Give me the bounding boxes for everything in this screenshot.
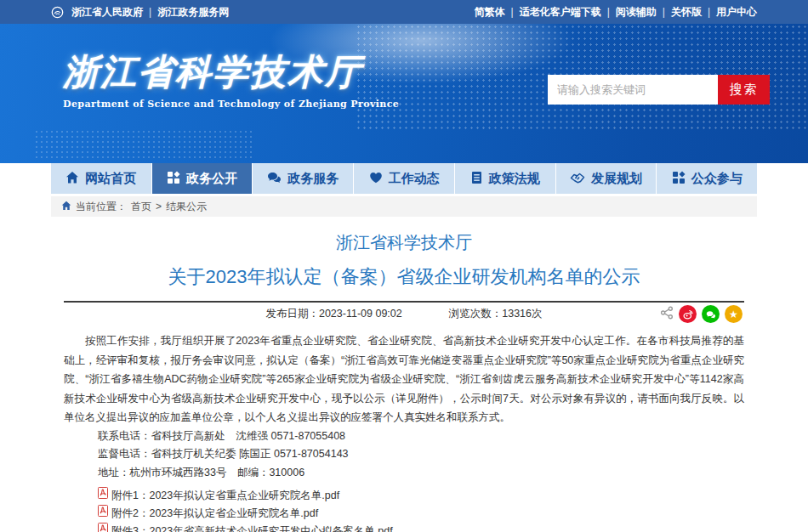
pdf-icon (98, 523, 108, 532)
supervision-phone-line: 监督电话：省科技厅机关纪委 陈国正 0571-87054143 (64, 445, 744, 464)
open-gov-icon (167, 171, 180, 187)
weibo-icon[interactable] (679, 305, 697, 323)
breadcrumb-separator: > (156, 201, 162, 212)
link-care-version[interactable]: 关怀版 (671, 5, 702, 20)
breadcrumb-label: 当前位置： (76, 200, 127, 214)
breadcrumb-current: 结果公示 (166, 200, 207, 214)
share-bar: ★ (660, 305, 743, 323)
wechat-icon[interactable] (702, 305, 720, 323)
heart-icon (369, 171, 383, 187)
zhejiang-gov-emblem-icon (51, 6, 64, 19)
site-banner: 浙江省科学技术厅 Department of Science and Techn… (0, 24, 808, 163)
utility-links-group: 简繁体 | 适老化客户端下载 | 阅读辅助 | 关怀版 | 用户中心 (475, 5, 758, 20)
nav-item-news[interactable]: 工作动态 (354, 163, 455, 194)
separator: | (511, 6, 514, 18)
view-count-label: 浏览次数： (449, 308, 503, 320)
nav-item-policies[interactable]: 政策法规 (455, 163, 556, 194)
link-zhejiang-service[interactable]: 浙江政务服务网 (157, 5, 229, 20)
nav-item-label: 政务公开 (186, 171, 237, 187)
document-icon (470, 171, 483, 187)
page-title: 关于2023年拟认定（备案）省级企业研发机构名单的公示 (64, 264, 744, 290)
breadcrumb-link-home[interactable]: 首页 (131, 200, 151, 214)
attachment-text: 附件1：2023年拟认定省重点企业研究院名单.pdf (111, 487, 339, 505)
favorite-star-icon[interactable]: ★ (725, 305, 743, 323)
attachment-link-1[interactable]: 附件1：2023年拟认定省重点企业研究院名单.pdf (64, 487, 744, 505)
attachment-link-3[interactable]: 附件3：2023年省高新技术企业研究开发中心拟备案名单.pdf (64, 523, 744, 532)
nav-item-label: 公众参与 (691, 171, 743, 187)
nav-item-label: 网站首页 (85, 171, 136, 187)
pdf-icon (98, 505, 108, 523)
nav-item-participation[interactable]: 公众参与 (657, 163, 757, 194)
attachment-text: 附件2：2023年拟认定省企业研究院名单.pdf (111, 505, 318, 523)
gov-links-group: 浙江省人民政府 | 浙江政务服务网 (51, 5, 229, 20)
search-input[interactable] (548, 75, 718, 105)
article-meta: 发布日期：2023-11-09 09:02 浏览次数：13316次 ★ (64, 303, 744, 325)
site-title-english: Department of Science and Technology of … (63, 99, 399, 110)
main-nav: 网站首页 政务公开 政务服务 工作动态 政策法规 发展规划 公众参与 (51, 163, 757, 194)
separator: | (708, 6, 710, 18)
nav-item-label: 政务服务 (287, 171, 339, 187)
service-chat-icon (267, 171, 282, 187)
address-line: 地址：杭州市环城西路33号 邮编：310006 (64, 464, 744, 483)
link-zhejiang-gov[interactable]: 浙江省人民政府 (71, 5, 143, 20)
site-logo[interactable]: 浙江省科学技术厅 Department of Science and Techn… (63, 53, 399, 110)
link-elderly-client-download[interactable]: 适老化客户端下载 (520, 5, 601, 20)
nav-item-label: 政策法规 (489, 171, 540, 187)
share-icon[interactable] (660, 306, 674, 322)
contact-phone-line: 联系电话：省科技厅高新处 沈维强 0571-87055408 (64, 427, 744, 446)
nav-item-planning[interactable]: 发展规划 (556, 163, 657, 194)
attachment-list: 附件1：2023年拟认定省重点企业研究院名单.pdf 附件2：2023年拟认定省… (64, 487, 744, 532)
nav-item-label: 发展规划 (591, 171, 642, 187)
article-body: 按照工作安排，我厅组织开展了2023年省重点企业研究院、省企业研究院、省高新技术… (64, 331, 744, 427)
nav-item-open-gov[interactable]: 政务公开 (152, 160, 253, 194)
nav-item-services[interactable]: 政务服务 (253, 163, 354, 194)
home-icon (65, 171, 79, 187)
separator: | (663, 6, 665, 18)
separator: | (149, 6, 151, 18)
contact-block: 联系电话：省科技厅高新处 沈维强 0571-87055408 监督电话：省科技厅… (64, 427, 744, 483)
nav-item-label: 工作动态 (389, 171, 440, 187)
site-title: 浙江省科学技术厅 (63, 53, 399, 92)
pdf-icon (98, 487, 108, 505)
breadcrumb: 当前位置： 首页 > 结果公示 (51, 196, 757, 217)
publish-date: 发布日期：2023-11-09 09:02 (265, 307, 401, 321)
link-user-center[interactable]: 用户中心 (716, 5, 757, 20)
view-count: 浏览次数：13316次 (449, 307, 543, 321)
top-utility-bar: 浙江省人民政府 | 浙江政务服务网 简繁体 | 适老化客户端下载 | 阅读辅助 … (0, 0, 808, 24)
publish-date-value: 2023-11-09 09:02 (319, 308, 402, 320)
article-organization: 浙江省科学技术厅 (64, 231, 744, 254)
breadcrumb-home-icon (61, 201, 71, 213)
search-button[interactable]: 搜索 (718, 75, 770, 105)
article-container: 浙江省科学技术厅 关于2023年拟认定（备案）省级企业研发机构名单的公示 发布日… (51, 231, 757, 532)
separator: | (607, 6, 610, 18)
view-count-value: 13316次 (502, 308, 542, 320)
search-box: 搜索 (548, 75, 770, 105)
dots-decoration (34, 129, 255, 158)
attachment-link-2[interactable]: 附件2：2023年拟认定省企业研究院名单.pdf (64, 505, 744, 523)
link-reading-assist[interactable]: 阅读辅助 (616, 5, 657, 20)
nav-item-home[interactable]: 网站首页 (51, 163, 152, 194)
attachment-text: 附件3：2023年省高新技术企业研究开发中心拟备案名单.pdf (111, 523, 393, 532)
link-simplified-traditional[interactable]: 简繁体 (475, 5, 505, 20)
publish-date-label: 发布日期： (265, 308, 319, 320)
participation-icon (672, 171, 686, 187)
handshake-icon (570, 171, 585, 187)
